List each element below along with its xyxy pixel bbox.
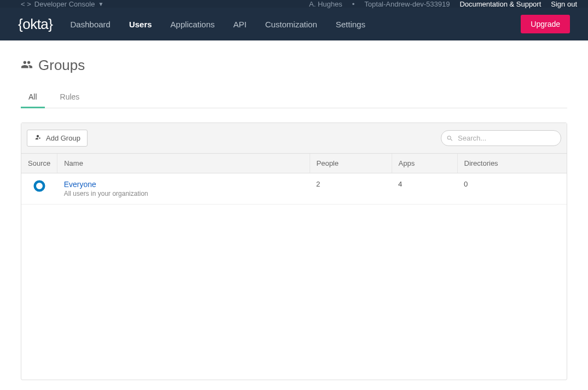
groups-table: Source Name People Apps Directories Ever…	[21, 154, 567, 205]
col-apps: Apps	[392, 154, 457, 173]
group-name-link[interactable]: Everyone	[64, 180, 303, 189]
source-cell	[21, 173, 57, 205]
tab-all[interactable]: All	[28, 89, 37, 108]
nav-api[interactable]: API	[234, 20, 247, 29]
groups-panel: Add Group Source Name People Apps Direct…	[21, 123, 567, 380]
table-row[interactable]: Everyone All users in your organization …	[21, 173, 567, 205]
utility-bar: < > Developer Console ▼ A. Hughes • Topt…	[0, 0, 588, 8]
nav-applications[interactable]: Applications	[171, 20, 215, 29]
nav-users[interactable]: Users	[129, 20, 152, 29]
col-name: Name	[57, 154, 310, 173]
nav-customization[interactable]: Customization	[265, 20, 317, 29]
okta-source-icon	[33, 180, 45, 192]
code-icon: < >	[21, 0, 31, 8]
nav-settings[interactable]: Settings	[336, 20, 365, 29]
main-nav: {okta} Dashboard Users Applications API …	[0, 8, 588, 40]
page-title: Groups	[38, 57, 85, 74]
console-label: Developer Console	[34, 0, 95, 8]
groups-icon	[21, 59, 33, 73]
nav-items: Dashboard Users Applications API Customi…	[71, 20, 521, 29]
col-people: People	[310, 154, 392, 173]
people-cell: 2	[310, 173, 392, 205]
dot-separator: •	[352, 0, 355, 8]
col-directories: Directories	[457, 154, 567, 173]
svg-point-0	[35, 182, 44, 191]
table-header-row: Source Name People Apps Directories	[21, 154, 567, 173]
panel-empty-space	[21, 205, 567, 380]
col-source: Source	[21, 154, 57, 173]
add-group-label: Add Group	[46, 134, 80, 142]
nav-dashboard[interactable]: Dashboard	[71, 20, 110, 29]
chevron-down-icon: ▼	[98, 1, 103, 7]
directories-cell: 0	[457, 173, 567, 205]
docs-support-link[interactable]: Documentation & Support	[459, 0, 541, 8]
tabs: All Rules	[21, 89, 567, 108]
page-header: Groups	[21, 57, 567, 74]
panel-toolbar: Add Group	[21, 123, 567, 154]
search-icon	[446, 135, 453, 142]
user-name[interactable]: A. Hughes	[309, 0, 342, 8]
name-cell: Everyone All users in your organization	[57, 173, 310, 205]
tab-rules[interactable]: Rules	[60, 89, 80, 108]
okta-logo[interactable]: {okta}	[18, 16, 53, 33]
developer-console-switcher[interactable]: < > Developer Console ▼	[21, 0, 103, 8]
add-group-icon	[34, 133, 42, 143]
org-name[interactable]: Toptal-Andrew-dev-533919	[364, 0, 450, 8]
search-input[interactable]	[441, 130, 561, 146]
add-group-button[interactable]: Add Group	[27, 130, 88, 147]
group-description: All users in your organization	[64, 190, 303, 197]
content-area: Groups All Rules Add Group Source Name	[0, 40, 588, 390]
search-wrap	[441, 130, 561, 146]
sign-out-link[interactable]: Sign out	[551, 0, 577, 8]
apps-cell: 4	[392, 173, 457, 205]
upgrade-button[interactable]: Upgrade	[521, 15, 570, 33]
